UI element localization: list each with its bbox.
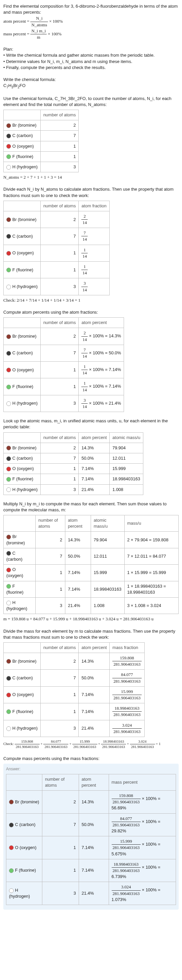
table-row: F (fluorine)17.14%18.9984031631 × 18.998… — [4, 581, 179, 597]
atomic-mass-table: number of atomsatom percentatomic mass/u… — [3, 432, 143, 495]
answer-box: Answer: number of atomsatom percentmass … — [3, 764, 179, 910]
table-row: C (carbon)750.0%12.011 — [4, 453, 143, 463]
element-dot-icon — [6, 659, 11, 663]
element-name: O (oxygen) — [12, 368, 34, 372]
element-name: O (oxygen) — [12, 250, 34, 255]
element-name: O (oxygen) — [12, 466, 34, 471]
element-dot-icon — [6, 251, 11, 256]
mass-table: number of atomsatom percentatomic mass/u… — [3, 515, 179, 614]
element-name: Br (bromine) — [12, 445, 36, 450]
natoms-sum: N_atoms = 2 + 7 + 1 + 1 + 3 = 14 — [3, 174, 179, 180]
element-dot-icon — [6, 351, 11, 356]
element-dot-icon — [6, 457, 11, 461]
element-dot-icon — [6, 401, 11, 406]
table-row: Br (bromine)2214 — [4, 211, 110, 228]
element-dot-icon — [9, 868, 14, 873]
step-mass-percents: Compute mass percents using the mass fra… — [3, 756, 179, 910]
element-dot-icon — [6, 584, 11, 589]
fraction-check: Check: 2/14 + 7/14 + 1/14 + 1/14 + 3/14 … — [3, 298, 179, 303]
element-name: O (oxygen) — [15, 845, 36, 850]
table-row: H (hydrogen)321.4%1.0083 × 1.008 = 3.024 — [4, 597, 179, 614]
table-row: O (oxygen)1114 — [4, 245, 110, 261]
element-dot-icon — [6, 217, 11, 222]
element-name: H (hydrogen) — [12, 487, 38, 492]
element-name: F (fluorine) — [12, 709, 34, 714]
plan-b3: • Finally, compute the percents and chec… — [3, 65, 179, 71]
element-dot-icon — [6, 385, 11, 389]
element-dot-icon — [6, 134, 11, 138]
step-element-mass: Multiply N_i by m_i to compute the mass … — [3, 501, 179, 622]
table-row: Br (bromine)2 — [4, 120, 79, 130]
element-name: F (fluorine) — [12, 476, 34, 481]
step-write-formula: Write the chemical formula: C7H3Br2FO — [3, 77, 179, 90]
table-row: O (oxygen)1114 × 100% = 7.14% — [4, 362, 124, 378]
table-row: O (oxygen)17.14%15.999281.906403163 — [4, 686, 145, 703]
element-dot-icon — [6, 268, 11, 272]
element-dot-icon — [6, 693, 11, 697]
table-row: C (carbon)7 — [4, 130, 79, 141]
mass-fraction-check: Check: 159.808281.906403163 + 84.077281.… — [3, 739, 179, 750]
step7-text: Divide the mass for each element by m to… — [3, 628, 179, 640]
step1-text: Write the chemical formula: — [3, 77, 179, 83]
element-dot-icon — [6, 535, 11, 539]
element-dot-icon — [6, 234, 11, 239]
element-dot-icon — [6, 601, 11, 605]
mass-fraction-table: number of atomsatom percentmass fraction… — [3, 642, 145, 737]
step8-text: Compute mass percents using the mass fra… — [3, 756, 179, 762]
table-row: O (oxygen)1 — [4, 141, 79, 151]
element-dot-icon — [6, 144, 11, 149]
element-name: Br (bromine) — [12, 217, 36, 222]
element-name: C (carbon) — [12, 133, 33, 138]
step4-text: Compute atom percents using the atom fra… — [3, 309, 179, 315]
element-name: F (fluorine) — [12, 384, 34, 389]
step5-text: Look up the atomic mass, m_i, in unified… — [3, 418, 179, 430]
answer-label: Answer: — [6, 766, 176, 772]
table-row: H (hydrogen)321.4%3.024281.906403163 — [4, 720, 145, 737]
element-name: H (hydrogen) — [12, 725, 38, 731]
element-name: O (oxygen) — [12, 144, 34, 149]
element-name: C (carbon) — [15, 822, 35, 827]
element-name: C (carbon) — [12, 675, 33, 680]
table-row: C (carbon)750.0%84.077281.906403163 × 10… — [6, 813, 176, 836]
table-row: Br (bromine)2214 × 100% = 14.3% — [4, 328, 124, 345]
table-row: F (fluorine)17.14%18.998403163281.906403… — [6, 859, 176, 882]
element-dot-icon — [6, 334, 11, 339]
table-row: C (carbon)750.0%84.077281.906403163 — [4, 670, 145, 686]
element-dot-icon — [6, 568, 11, 572]
table-row: F (fluorine)17.14%18.998403163 — [4, 474, 143, 484]
element-name: C (carbon) — [12, 456, 33, 461]
element-dot-icon — [6, 154, 11, 159]
element-name: O (oxygen) — [12, 692, 34, 697]
table-row: F (fluorine)1114 × 100% = 7.14% — [4, 378, 124, 395]
mass-percent-table: number of atomsatom percentmass percent … — [6, 774, 176, 905]
table-row: H (hydrogen)3314 — [4, 278, 110, 295]
intro: Find the elemental composition for 3, 6-… — [3, 3, 179, 40]
element-name: Br (bromine) — [12, 334, 36, 339]
table-row: H (hydrogen)3 — [4, 162, 79, 172]
plan-heading: Plan: — [3, 46, 179, 52]
table-row: Br (bromine)214.3%79.904 — [4, 443, 143, 453]
table-row: F (fluorine)1 — [4, 151, 79, 162]
element-name: F (fluorine) — [15, 868, 36, 873]
mass-percent-eq: mass percent = N_i m_im × 100% — [3, 28, 179, 40]
table-row: F (fluorine)17.14%18.998403163281.906403… — [4, 703, 145, 720]
table-row: C (carbon)750.0%12.0117 × 12.011 = 84.07… — [4, 548, 179, 564]
element-name: Br (bromine) — [12, 659, 36, 663]
element-name: H (hydrogen) — [12, 284, 38, 289]
element-dot-icon — [6, 368, 11, 372]
element-dot-icon — [6, 165, 11, 170]
element-name: Br (bromine) — [12, 123, 36, 128]
table-row: Br (bromine)214.3%79.9042 × 79.904 = 159… — [4, 532, 179, 548]
step-mass-fractions: Divide the mass for each element by m to… — [3, 628, 179, 750]
table-row: Br (bromine)214.3%159.808281.906403163 ×… — [6, 791, 176, 814]
element-dot-icon — [6, 285, 11, 290]
plan-b2: • Determine values for N_i, m_i, N_atoms… — [3, 59, 179, 65]
intro-text: Find the elemental composition for 3, 6-… — [3, 3, 179, 15]
table-row: C (carbon)7714 — [4, 228, 110, 245]
table-row: H (hydrogen)321.4%1.008 — [4, 484, 143, 495]
element-name: C (carbon) — [12, 234, 33, 239]
element-dot-icon — [6, 123, 11, 128]
step-atomic-mass: Look up the atomic mass, m_i, in unified… — [3, 418, 179, 495]
step6-text: Multiply N_i by m_i to compute the mass … — [3, 501, 179, 513]
table-row: O (oxygen)17.14%15.999 — [4, 464, 143, 474]
